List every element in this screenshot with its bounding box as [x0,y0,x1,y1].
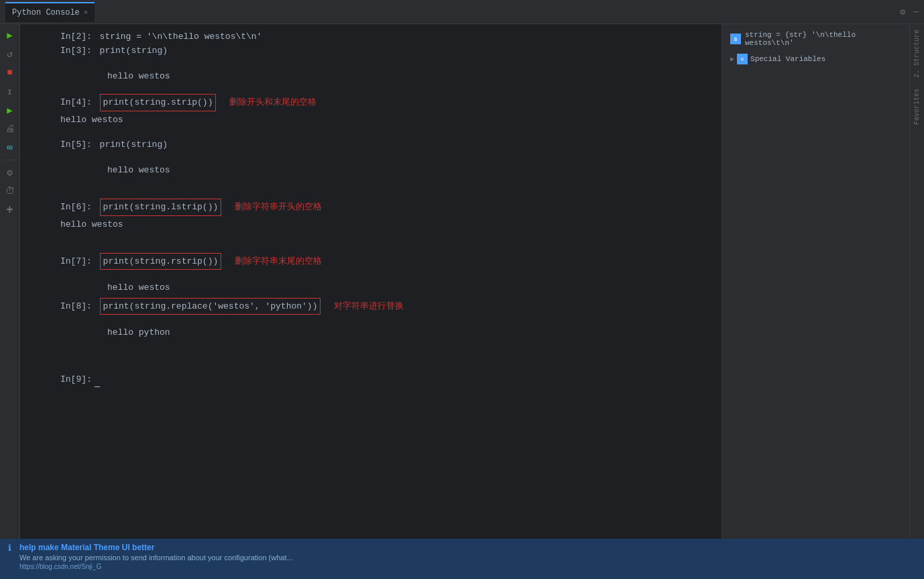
output-text-in8: hello python [107,325,170,339]
prompt-in4: In[4]: [60,95,97,109]
minimize-icon[interactable]: — [913,7,919,17]
title-bar-actions: ⚙ — [900,7,919,17]
bottom-bar-text: We are asking your permission to send in… [19,554,293,562]
console-line-in5: In[5]: print(string) [20,138,721,152]
output-in7-hello: hello westos [20,280,721,295]
code-in2: string = '\n\thello westos\t\n' [100,30,262,44]
blank-line-4 [20,152,721,163]
output-text-in4: hello westos [60,113,123,127]
tab-label: Python Console [12,8,80,17]
python-console-tab[interactable]: Python Console × [5,2,95,22]
blank-line-3 [20,127,721,138]
output-in3-hello: hello westos [20,69,721,83]
output-text-1: hello westos [107,69,170,83]
title-bar: Python Console × ⚙ — [0,0,924,24]
sidebar-divider [3,160,17,160]
output-in8-hello: hello python [20,325,721,339]
code-in6: print(string.lstrip()) [100,199,222,215]
main-layout: ▶ ↺ ■ ↧ ▶ 🖨 ∞ ⚙ ⏱ + In[2]: string = '\n\… [0,24,924,539]
bottom-bar-title[interactable]: help make Material Theme UI better [19,543,293,552]
prompt-in9: In[9]: [60,372,92,386]
bottom-bar-link[interactable]: https://blog.csdn.net/Snji_G [19,563,293,570]
sidebar-settings-icon[interactable]: ⚙ [3,166,17,179]
settings-icon[interactable]: ⚙ [900,7,905,17]
blank-line-11 [20,340,721,351]
console-line-in9: In[9]: [20,372,721,387]
console-line-in6: In[6]: print(string.lstrip()) 删除字符串开头的空格 [20,199,721,215]
blank-line-1 [20,58,721,69]
code-in9[interactable] [95,372,100,387]
blank-line-10 [20,315,721,325]
tab-close-button[interactable]: × [84,9,89,17]
code-in5: print(string) [100,138,168,152]
special-vars-type-icon: ≡ [737,54,748,64]
sidebar-run-icon[interactable]: ▶ [3,28,17,42]
output-in5-hello: hello westos [20,163,721,177]
comment-in8: 对字符串进行替换 [334,299,404,313]
code-in8: print(string.replace('westos', 'python')… [100,298,321,315]
blank-line-7 [20,231,721,242]
chevron-right-icon: ▶ [730,55,734,63]
sidebar-stop-icon[interactable]: ■ [3,66,17,79]
sidebar-rerun-icon[interactable]: ↺ [3,47,17,60]
comment-in7: 删除字符串末尾的空格 [235,254,322,268]
blank-line-8 [20,242,721,253]
comment-in4: 删除开头和末尾的空格 [229,95,316,109]
output-text-in6: hello westos [60,217,123,231]
special-variables-row[interactable]: ▶ ≡ Special Variables [728,51,904,67]
blank-line-5 [20,177,721,188]
output-text-in5: hello westos [107,163,170,177]
console-line-in7: In[7]: print(string.rstrip()) 删除字符串末尾的空格 [20,253,721,270]
blank-line-6 [20,188,721,199]
special-variables-label: Special Variables [750,55,825,63]
blank-line-13 [20,362,721,372]
prompt-in8: In[8]: [60,299,97,313]
blank-line-12 [20,351,721,362]
blank-line-2 [20,83,721,94]
sidebar: ▶ ↺ ■ ↧ ▶ 🖨 ∞ ⚙ ⏱ + [0,24,20,539]
output-text-in7: hello westos [107,280,170,295]
prompt-in2: In[2]: [60,30,97,44]
variable-string-row: S string = {str} '\n\thello westos\t\n' [728,30,904,48]
sidebar-debug-icon[interactable]: ∞ [3,141,17,154]
console-content: In[2]: string = '\n\thello westos\t\n' I… [20,30,721,401]
output-in6: hello westos [20,217,721,231]
favorites-tab[interactable]: Favorites [911,83,923,130]
comment-in6: 删除字符串开头的空格 [235,200,322,214]
prompt-in7: In[7]: [60,254,97,268]
sidebar-step-icon[interactable]: ↧ [3,85,17,98]
sidebar-add-icon[interactable]: + [3,203,17,217]
console-line-in4: In[4]: print(string.strip()) 删除开头和末尾的空格 [20,94,721,111]
blank-line-9 [20,270,721,280]
console-line-in2: In[2]: string = '\n\thello westos\t\n' [20,30,721,44]
output-in4: hello westos [20,113,721,127]
console-line-in8: In[8]: print(string.replace('westos', 'p… [20,298,721,315]
variables-panel: S string = {str} '\n\thello westos\t\n' … [721,24,909,539]
bottom-notification-bar: ℹ help make Material Theme UI better We … [0,539,924,579]
right-edge-tabs: 2. Structure Favorites [909,24,924,539]
info-icon: ℹ [8,543,11,554]
code-in7: print(string.rstrip()) [100,253,222,270]
variable-type-icon: S [730,34,741,44]
sidebar-resume-icon[interactable]: ▶ [3,103,17,117]
structure-tab[interactable]: 2. Structure [911,24,923,83]
sidebar-print-icon[interactable]: 🖨 [3,122,17,136]
code-in3: print(string) [100,44,168,58]
prompt-in5: In[5]: [60,138,97,152]
sidebar-clock-icon[interactable]: ⏱ [3,185,17,198]
prompt-in3: In[3]: [60,44,97,58]
code-in4: print(string.strip()) [100,94,217,111]
console-area[interactable]: In[2]: string = '\n\thello westos\t\n' I… [20,24,721,539]
console-line-in3: In[3]: print(string) [20,44,721,58]
variable-string-value: string = {str} '\n\thello westos\t\n' [745,31,901,47]
prompt-in6: In[6]: [60,200,97,214]
